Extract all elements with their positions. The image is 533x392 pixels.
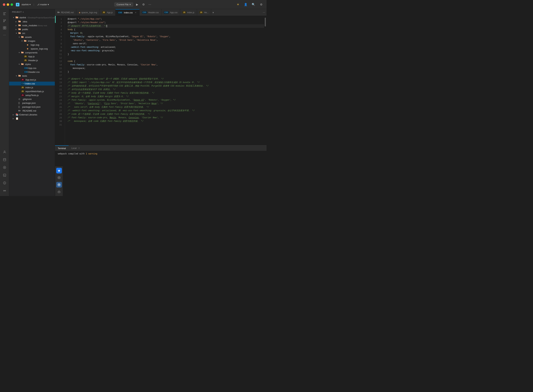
panel-tab-close-button[interactable]: ✕ <box>78 147 80 149</box>
panel-tab-terminal[interactable]: Terminal <box>55 145 69 151</box>
activity-bar-item-run[interactable] <box>1 164 8 171</box>
index-css-label: index.css <box>25 82 35 85</box>
scratches-icon: 📋 <box>15 117 19 120</box>
user-button[interactable]: 👤 <box>243 2 248 7</box>
tree-item-app-test[interactable]: JS App.test.js <box>9 78 55 82</box>
code-line-10: -moz-osx-font-smoothing: grayscale; <box>68 49 264 52</box>
activity-bar-item-vcs[interactable] <box>1 18 8 24</box>
titlebar-left: S starlink ▾ | ⎇ master ▾ <box>16 3 49 6</box>
tree-arrow: ▶ <box>13 117 15 120</box>
tree-item-header-css[interactable]: CSS Header.css <box>9 70 55 74</box>
tree-item-app-css[interactable]: CSS App.css <box>9 66 55 70</box>
tree-item-index-js[interactable]: JS index.js <box>9 85 55 89</box>
panel-tab-local[interactable]: Local ✕ <box>69 145 83 151</box>
tree-item-report-web-vitals[interactable]: JS reportWebVitals.js <box>9 89 55 93</box>
test-file-icon: JS <box>21 79 24 81</box>
spacex-svg-tab-label: spacex_logo.svg <box>81 11 97 14</box>
tree-item-spacex-logo[interactable]: ◈ spacex_logo.svg <box>9 47 55 51</box>
code-line-21: /* 你可以在这里阅读更多关于 CSS 的用法。 */ <box>68 88 264 91</box>
svg-marker-15 <box>4 167 5 168</box>
search-button[interactable]: 🔍 <box>251 2 256 7</box>
robot-button[interactable] <box>56 189 62 195</box>
tab-header-css[interactable]: CSS Header.css <box>140 9 161 16</box>
copilot-button[interactable] <box>56 182 62 187</box>
tabs-actions-button[interactable]: ⋯ <box>261 9 266 16</box>
tree-item-logo-svg[interactable]: ◈ logo.svg <box>9 43 55 47</box>
root-label: starlink ~/Desktop/Projects/SpaceX/Code/ <box>19 16 55 19</box>
close-button[interactable] <box>3 3 5 6</box>
activity-bar-item-info[interactable] <box>1 180 8 186</box>
tab-app-css[interactable]: CSS App.css <box>161 9 180 16</box>
svg-file-icon: ◈ <box>27 44 30 46</box>
tab-close-button[interactable]: ✕ <box>134 11 137 14</box>
tree-item-styles[interactable]: ▼ styles <box>9 62 55 66</box>
activity-bar-item-terminal[interactable] <box>1 172 8 178</box>
tree-item-root[interactable]: ▼ starlink ~/Desktop/Projects/SpaceX/Cod… <box>9 15 55 19</box>
activity-bar-item-avatar[interactable] <box>1 149 8 155</box>
database-button[interactable] <box>56 175 62 181</box>
project-name[interactable]: starlink ▾ <box>22 3 31 6</box>
activity-bar-item-problems[interactable] <box>1 157 8 163</box>
branch-selector[interactable]: ⎇ master ▾ <box>37 3 49 6</box>
tree-arrow: ▶ <box>15 21 18 23</box>
gitignore-label: .gitignore <box>22 98 32 100</box>
tree-item-idea[interactable]: ▶ .idea <box>9 19 55 23</box>
folder-icon <box>21 36 24 39</box>
tree-item-setup-tests[interactable]: JS setupTests.js <box>9 93 55 97</box>
code-content-area[interactable]: @import "./styles/App.css"; @import "./s… <box>65 16 264 145</box>
activity-bar-item-structure[interactable] <box>1 25 8 31</box>
tree-item-gitignore[interactable]: ⊘ .gitignore <box>9 97 55 101</box>
minimap-scrollbar[interactable] <box>264 16 266 145</box>
ai-assistant-button[interactable] <box>56 168 62 173</box>
setup-tests-label: setupTests.js <box>25 94 39 97</box>
tree-item-index-css[interactable]: CSS index.css <box>9 82 55 85</box>
tree-item-components[interactable]: ▼ components <box>9 51 55 55</box>
tree-item-src[interactable]: ▼ src <box>9 31 55 35</box>
update-icon[interactable]: ☀ <box>235 2 240 7</box>
more-options-button[interactable]: ⋯ <box>147 2 152 7</box>
activity-bar-item-more[interactable]: ··· <box>1 32 8 38</box>
tree-item-images[interactable]: ▼ images <box>9 39 55 43</box>
folder-icon <box>18 32 22 35</box>
tree-item-app-js[interactable]: JS App.js <box>9 55 55 58</box>
tab-index-js[interactable]: JS index.js <box>180 9 197 16</box>
app-css-tab-label: App.css <box>170 11 178 14</box>
tree-item-external-libs[interactable]: ▶ 📚 External Libraries <box>9 113 55 117</box>
current-file-button[interactable]: Current File ▾ <box>114 2 133 7</box>
terminal-output[interactable]: webpack compiled with 1 warning <box>55 151 266 166</box>
svg-point-3 <box>4 19 4 20</box>
tree-item-assets[interactable]: ▼ assets <box>9 35 55 39</box>
tree-item-tests[interactable]: ▼ tests <box>9 74 55 78</box>
tree-item-readme[interactable]: M+ README.md <box>9 109 55 113</box>
debug-button[interactable]: ⚙ <box>141 2 146 7</box>
project-dropdown-icon: ▾ <box>29 3 31 6</box>
activity-bar-item-git[interactable] <box>1 187 8 194</box>
svg-point-22 <box>5 190 6 191</box>
md-file-icon: M+ <box>18 110 22 112</box>
right-panel-icons <box>55 166 63 196</box>
tabs-overflow-button[interactable]: ▾ <box>211 9 215 16</box>
main-layout: ··· <box>0 9 266 196</box>
tree-item-node-modules[interactable]: ▶ node_modules library root <box>9 23 55 27</box>
tab-app-js[interactable]: JS App.js <box>100 9 115 16</box>
tests-label: tests <box>22 75 27 77</box>
activity-bar-item-explorer[interactable] <box>1 11 8 17</box>
tree-item-header-js[interactable]: JS Header.js <box>9 58 55 62</box>
tab-readme[interactable]: M+ README.md <box>55 9 76 16</box>
bottom-panel: Terminal Local ✕ webpack compiled with 1… <box>55 145 266 166</box>
run-button[interactable]: ▶ <box>135 2 140 7</box>
tree-item-scratches[interactable]: ▶ 📋 <box>9 117 55 120</box>
tree-item-package-json[interactable]: {} package.json <box>9 101 55 105</box>
css-tab-icon: CSS <box>118 11 123 14</box>
maximize-button[interactable] <box>11 3 13 6</box>
tab-he[interactable]: JS He... <box>197 9 211 16</box>
traffic-lights <box>3 3 13 6</box>
tree-item-package-lock-json[interactable]: {} package-lock.json <box>9 105 55 109</box>
code-line-13: code { <box>68 60 264 63</box>
tree-item-public[interactable]: ▶ public <box>9 27 55 31</box>
index-js-tab-label: index.js <box>187 11 194 14</box>
tab-index-css[interactable]: CSS index.css ✕ <box>115 9 140 16</box>
tab-spacex-svg[interactable]: ◈ spacex_logo.svg <box>76 9 100 16</box>
minimize-button[interactable] <box>7 3 9 6</box>
settings-button[interactable]: ⚙ <box>259 2 264 7</box>
